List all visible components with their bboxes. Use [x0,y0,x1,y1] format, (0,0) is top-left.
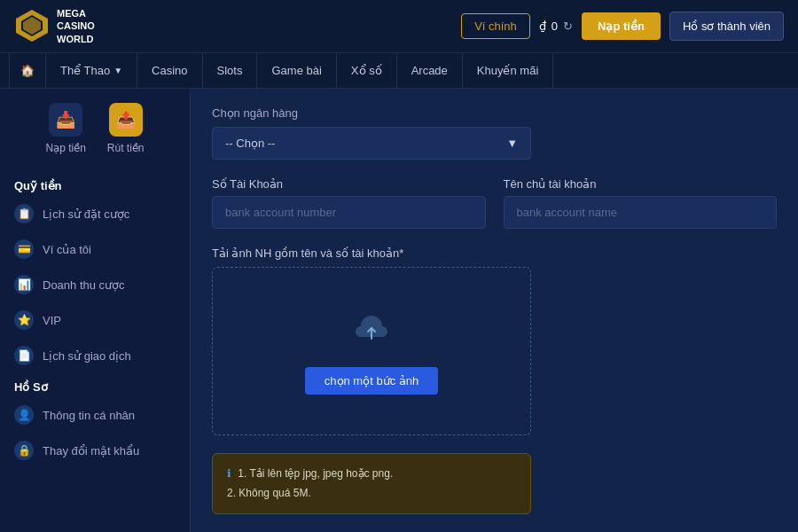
upload-label: Tải ảnh NH gồm tên và số tài khoản* [212,246,777,260]
logo: MEGA CASINO WORLD [14,7,95,45]
sidebar-item-vip[interactable]: ⭐ VIP [0,302,190,338]
nav-item-the-thao[interactable]: Thể Thao ▼ [46,53,137,89]
info-box: ℹ 1. Tải lên tệp jpg, jpeg hoặc png. 2. … [212,453,531,514]
sidebar-item-thay-doi-mat-khau[interactable]: 🔒 Thay đổi mật khẩu [0,433,190,468]
nav-item-slots[interactable]: Slots [203,53,258,89]
so-tai-khoan-group: Số Tài Khoản [212,177,486,229]
chon-ngan-hang-label: Chọn ngân hàng [212,106,777,120]
logo-icon [14,8,50,43]
sidebar-item-vi-cua-toi[interactable]: 💳 Ví của tôi [0,231,190,267]
info-line1: ℹ 1. Tải lên tệp jpg, jpeg hoặc png. [227,465,516,484]
bank-select-dropdown[interactable]: -- Chọn -- ▼ [212,127,531,160]
account-row: Số Tài Khoản Tên chủ tài khoản [212,177,777,229]
nav-item-xo-so[interactable]: Xổ số [337,53,397,89]
ten-chu-label: Tên chủ tài khoản [504,177,778,191]
chevron-down-icon: ▼ [506,137,518,150]
body: 📥 Nạp tiền 📤 Rút tiền Quỹ tiền 📋 Lịch sử… [0,89,798,532]
nav-home[interactable]: 🏠 [9,53,46,89]
vi-cua-toi-icon: 💳 [14,239,34,259]
upload-box[interactable]: chọn một bức ảnh [212,267,531,435]
nav-item-game-bai[interactable]: Game bài [257,53,336,89]
so-tai-khoan-input[interactable] [212,196,486,229]
ten-chu-input[interactable] [504,196,778,229]
nav-item-arcade[interactable]: Arcade [397,53,463,89]
chevron-down-icon: ▼ [113,66,122,75]
nap-tien-icon: 📥 [49,103,82,137]
currency-icon: ₫ [539,20,546,33]
ho-so-button[interactable]: Hồ sơ thành viên [669,12,784,41]
tab-rut-tien[interactable]: 📤 Rút tiền [107,103,145,154]
balance-area: ₫ 0 ↻ [539,20,573,33]
sidebar-item-doanh-thu-cuoc[interactable]: 📊 Doanh thu cược [0,267,190,302]
nap-tien-header-button[interactable]: Nạp tiền [582,12,661,40]
sidebar-item-lich-su-dat-cuoc[interactable]: 📋 Lịch sử đặt cược [0,196,190,231]
nav-item-khuyen-mai[interactable]: Khuyến mãi [463,53,553,89]
upload-cloud-icon [350,309,393,355]
tab-nap-tien[interactable]: 📥 Nạp tiền [45,103,85,154]
lich-su-giao-dich-icon: 📄 [14,346,34,365]
sidebar: 📥 Nạp tiền 📤 Rút tiền Quỹ tiền 📋 Lịch sử… [0,89,191,532]
sidebar-item-lich-su-giao-dich[interactable]: 📄 Lịch sử giao dịch [0,338,190,373]
refresh-icon[interactable]: ↻ [563,20,573,33]
upload-section: Tải ảnh NH gồm tên và số tài khoản* chọn… [212,246,777,435]
nav: 🏠 Thể Thao ▼ Casino Slots Game bài Xổ số… [0,53,798,89]
doanh-thu-icon: 📊 [14,275,34,294]
logo-text: MEGA CASINO WORLD [57,7,95,45]
header-right: Ví chính ₫ 0 ↻ Nạp tiền Hồ sơ thành viên [461,12,784,41]
info-line2: 2. Không quá 5M. [227,484,516,504]
main-content: Chọn ngân hàng -- Chọn -- ▼ Số Tài Khoản… [191,89,798,532]
ten-chu-group: Tên chủ tài khoản [504,177,778,229]
section-quy-tien: Quỹ tiền [0,172,190,196]
bank-select-section: Chọn ngân hàng -- Chọn -- ▼ [212,106,777,160]
nav-item-casino[interactable]: Casino [137,53,202,89]
choose-photo-button[interactable]: chọn một bức ảnh [305,367,438,395]
thong-tin-icon: 👤 [14,405,34,425]
vip-icon: ⭐ [14,310,34,330]
vi-chinh-button[interactable]: Ví chính [461,13,530,39]
sidebar-item-thong-tin-ca-nhan[interactable]: 👤 Thông tin cá nhân [0,397,190,433]
info-icon: ℹ [227,467,231,480]
lich-su-dat-cuoc-icon: 📋 [14,204,34,223]
rut-tien-icon: 📤 [109,103,143,137]
so-tai-khoan-label: Số Tài Khoản [212,177,486,191]
sidebar-tabs: 📥 Nạp tiền 📤 Rút tiền [0,103,190,154]
mat-khau-icon: 🔒 [14,441,34,460]
section-ho-so: Hồ Sơ [0,373,190,397]
balance-value: 0 [552,20,558,33]
header: MEGA CASINO WORLD Ví chính ₫ 0 ↻ Nạp tiề… [0,0,798,53]
